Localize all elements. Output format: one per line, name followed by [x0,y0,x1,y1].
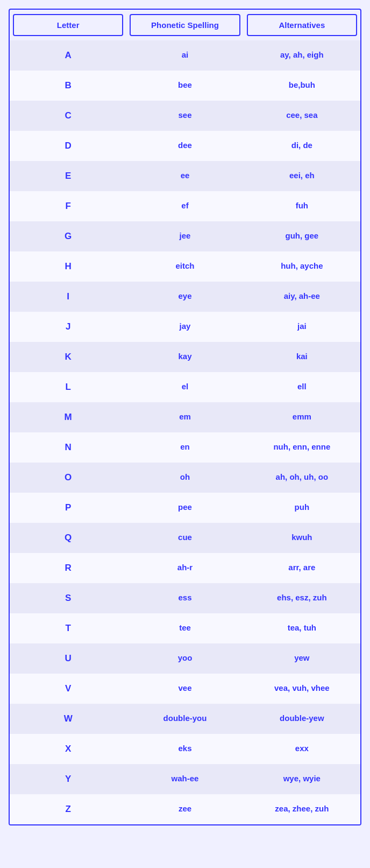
cell-phonetic: pee [126,493,243,523]
cell-phonetic: el [126,372,243,402]
cell-phonetic: ee [126,161,243,191]
cell-phonetic: tee [126,613,243,643]
cell-phonetic: double-you [126,704,243,734]
table-row: Ddeedi, de [10,131,360,161]
cell-letter: S [10,583,126,613]
table-row: Ppeepuh [10,493,360,523]
table-row: Wdouble-youdouble-yew [10,704,360,734]
cell-alternatives: wye, wyie [244,764,360,794]
cell-alternatives: ay, ah, eigh [244,40,360,71]
cell-alternatives: kwuh [244,523,360,553]
cell-letter: R [10,553,126,583]
cell-phonetic: wah-ee [126,764,243,794]
phonetic-table: Letter Phonetic Spelling Alternatives Aa… [9,9,361,825]
cell-alternatives: be,buh [244,71,360,101]
table-row: Bbeebe,buh [10,71,360,101]
cell-letter: O [10,463,126,493]
table-row: Zzeezea, zhee, zuh [10,794,360,824]
cell-letter: T [10,613,126,643]
cell-letter: K [10,342,126,372]
cell-alternatives: ah, oh, uh, oo [244,463,360,493]
cell-letter: X [10,734,126,764]
cell-letter: V [10,674,126,704]
cell-alternatives: jai [244,312,360,342]
cell-phonetic: ah-r [126,553,243,583]
cell-letter: U [10,643,126,674]
table-row: Cseecee, sea [10,101,360,131]
cell-alternatives: fuh [244,191,360,221]
cell-phonetic: bee [126,71,243,101]
cell-phonetic: vee [126,674,243,704]
table-row: Kkaykai [10,342,360,372]
table-row: Xeksexx [10,734,360,764]
table-row: Aaiay, ah, eigh [10,40,360,71]
table-row: Gjeeguh, gee [10,221,360,251]
cell-letter: F [10,191,126,221]
cell-phonetic: cue [126,523,243,553]
cell-alternatives: puh [244,493,360,523]
cell-phonetic: jee [126,221,243,251]
table-row: Ieyeaiy, ah-ee [10,282,360,312]
cell-phonetic: ess [126,583,243,613]
cell-letter: J [10,312,126,342]
header-letter: Letter [13,14,123,36]
cell-phonetic: ai [126,40,243,71]
table-row: Heitchhuh, ayche [10,251,360,282]
cell-letter: C [10,101,126,131]
cell-alternatives: eei, eh [244,161,360,191]
cell-alternatives: huh, ayche [244,251,360,282]
cell-alternatives: nuh, enn, enne [244,432,360,463]
cell-letter: W [10,704,126,734]
table-body: Aaiay, ah, eighBbeebe,buhCseecee, seaDde… [10,40,360,824]
table-row: Vveevea, vuh, vhee [10,674,360,704]
cell-phonetic: eks [126,734,243,764]
table-row: Mememm [10,402,360,432]
cell-phonetic: eitch [126,251,243,282]
cell-phonetic: oh [126,463,243,493]
cell-phonetic: em [126,402,243,432]
cell-alternatives: vea, vuh, vhee [244,674,360,704]
cell-phonetic: dee [126,131,243,161]
cell-alternatives: yew [244,643,360,674]
cell-letter: D [10,131,126,161]
table-row: Eeeeei, eh [10,161,360,191]
cell-alternatives: aiy, ah-ee [244,282,360,312]
cell-phonetic: en [126,432,243,463]
cell-letter: G [10,221,126,251]
cell-alternatives: arr, are [244,553,360,583]
table-row: Uyooyew [10,643,360,674]
cell-alternatives: kai [244,342,360,372]
table-row: Jjayjai [10,312,360,342]
cell-phonetic: jay [126,312,243,342]
cell-phonetic: eye [126,282,243,312]
cell-phonetic: ef [126,191,243,221]
cell-alternatives: exx [244,734,360,764]
cell-phonetic: zee [126,794,243,824]
table-row: Nennuh, enn, enne [10,432,360,463]
table-row: Ywah-eewye, wyie [10,764,360,794]
cell-alternatives: cee, sea [244,101,360,131]
table-row: Feffuh [10,191,360,221]
cell-letter: A [10,40,126,71]
table-header: Letter Phonetic Spelling Alternatives [10,10,360,40]
header-phonetic: Phonetic Spelling [130,14,240,36]
cell-alternatives: guh, gee [244,221,360,251]
cell-alternatives: double-yew [244,704,360,734]
cell-letter: H [10,251,126,282]
header-alternatives: Alternatives [247,14,357,36]
cell-letter: Y [10,764,126,794]
cell-letter: B [10,71,126,101]
cell-letter: P [10,493,126,523]
cell-letter: N [10,432,126,463]
cell-alternatives: di, de [244,131,360,161]
cell-letter: Z [10,794,126,824]
cell-letter: M [10,402,126,432]
table-row: Tteetea, tuh [10,613,360,643]
cell-phonetic: see [126,101,243,131]
cell-alternatives: ell [244,372,360,402]
cell-letter: I [10,282,126,312]
table-row: Lelell [10,372,360,402]
cell-alternatives: tea, tuh [244,613,360,643]
cell-letter: E [10,161,126,191]
cell-phonetic: kay [126,342,243,372]
